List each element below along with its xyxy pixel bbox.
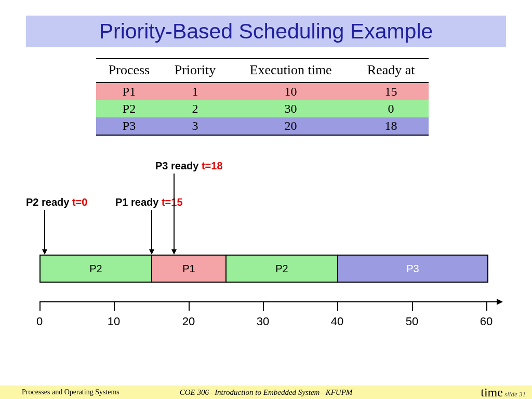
slide-footer: Processes and Operating Systems COE 306–… <box>0 385 532 399</box>
annotation-p3-ready: P3 ready t=18 <box>155 160 223 172</box>
anno-p1-label: P1 ready <box>115 196 162 208</box>
axis-tick <box>39 301 41 311</box>
gantt-segment-p2a: P2 <box>41 256 152 282</box>
cell-ready: 18 <box>353 117 429 135</box>
table-header-row: Process Priority Execution time Ready at <box>96 59 429 83</box>
arrow-head-icon <box>149 249 154 255</box>
anno-p1-time: t=15 <box>162 196 183 208</box>
tick-label: 60 <box>480 315 493 328</box>
cell-priority: 2 <box>162 100 228 117</box>
annotation-p1-ready: P1 ready t=15 <box>115 196 183 208</box>
footer-center: COE 306– Introduction to Embedded System… <box>0 388 532 397</box>
cell-exec: 20 <box>228 117 353 135</box>
gantt-segment-p1: P1 <box>152 256 227 282</box>
cell-priority: 3 <box>162 117 228 135</box>
col-exec: Execution time <box>228 59 353 83</box>
cell-process: P1 <box>96 83 162 100</box>
slide-title-bar: Priority-Based Scheduling Example <box>26 16 506 47</box>
arrow-head-icon <box>171 249 177 255</box>
cell-priority: 1 <box>162 83 228 100</box>
col-priority: Priority <box>162 59 228 83</box>
cell-process: P3 <box>96 117 162 135</box>
tick-label: 30 <box>257 315 269 328</box>
cell-ready: 15 <box>353 83 429 100</box>
axis-line <box>39 301 497 302</box>
arrow-line-p1 <box>151 210 152 249</box>
cell-process: P2 <box>96 100 162 117</box>
axis-tick <box>114 301 115 311</box>
cell-ready: 0 <box>353 100 429 117</box>
table-row: P2 2 30 0 <box>96 100 429 117</box>
axis-arrow-icon <box>497 299 503 305</box>
tick-label: 50 <box>406 315 418 328</box>
cell-exec: 30 <box>228 100 353 117</box>
anno-p2-time: t=0 <box>72 196 87 208</box>
axis-tick <box>263 301 264 311</box>
axis-tick <box>486 301 487 311</box>
tick-label: 10 <box>108 315 120 328</box>
col-process: Process <box>96 59 162 83</box>
tick-label: 20 <box>182 315 195 328</box>
axis-tick <box>189 301 190 311</box>
anno-p3-label: P3 ready <box>155 160 202 171</box>
cell-exec: 10 <box>228 83 353 100</box>
gantt-segment-p3: P3 <box>338 256 487 282</box>
slide-number: slide 31 <box>504 390 526 398</box>
footer-right: time slide 31 <box>481 385 526 400</box>
arrow-line-p3 <box>174 174 175 249</box>
gantt-segment-p2b: P2 <box>227 256 338 282</box>
anno-p3-time: t=18 <box>202 160 223 171</box>
gantt-chart: P2 P1 P2 P3 <box>39 255 488 283</box>
annotation-p2-ready: P2 ready t=0 <box>26 196 87 208</box>
axis-label-time: time <box>481 385 503 399</box>
tick-label: 0 <box>36 315 43 328</box>
table-row: P1 1 10 15 <box>96 83 429 100</box>
axis-tick <box>412 301 413 311</box>
table-row: P3 3 20 18 <box>96 117 429 135</box>
anno-p2-label: P2 ready <box>26 196 72 208</box>
slide-title: Priority-Based Scheduling Example <box>99 19 433 44</box>
arrow-head-icon <box>42 249 47 255</box>
arrow-line-p2 <box>44 210 45 249</box>
tick-label: 40 <box>331 315 343 328</box>
axis-tick <box>337 301 338 311</box>
process-table: Process Priority Execution time Ready at… <box>96 58 429 136</box>
col-ready: Ready at <box>353 59 429 83</box>
